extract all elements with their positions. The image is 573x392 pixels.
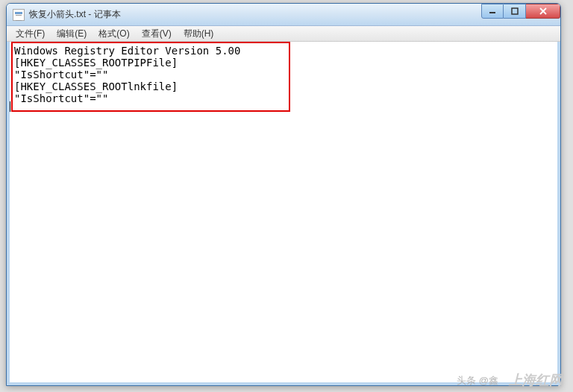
menu-help[interactable]: 帮助(H) — [178, 26, 220, 42]
editor-text[interactable]: Windows Registry Editor Version 5.00 [HK… — [14, 45, 553, 104]
maximize-button[interactable] — [504, 4, 526, 19]
minimize-button[interactable] — [481, 4, 504, 19]
svg-rect-1 — [512, 8, 518, 14]
menu-format[interactable]: 格式(O) — [93, 26, 135, 42]
text-cursor — [10, 101, 10, 112]
content-area[interactable]: Windows Registry Editor Version 5.00 [HK… — [7, 42, 560, 385]
menu-edit[interactable]: 编辑(E) — [51, 26, 93, 42]
menubar: 文件(F) 编辑(E) 格式(O) 查看(V) 帮助(H) — [7, 26, 560, 42]
watermark-prefix: 头条 @鑫 — [457, 374, 498, 388]
titlebar[interactable]: 恢复小箭头.txt - 记事本 — [7, 4, 560, 26]
menu-view[interactable]: 查看(V) — [136, 26, 178, 42]
menu-file[interactable]: 文件(F) — [10, 26, 51, 42]
notepad-window: 恢复小箭头.txt - 记事本 文件(F) 编辑(E) 格式(O) 查看(V) … — [6, 3, 561, 386]
window-title: 恢复小箭头.txt - 记事本 — [29, 8, 481, 21]
window-controls — [481, 4, 560, 19]
close-button[interactable] — [526, 4, 560, 19]
watermark-suffix: 上海红网 — [509, 371, 563, 389]
notepad-icon — [13, 9, 25, 21]
